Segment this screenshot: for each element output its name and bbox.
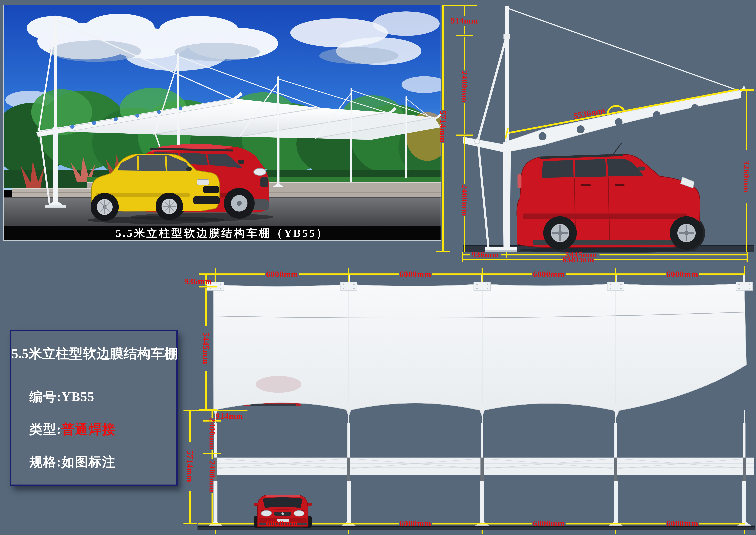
dim-side-total: 6381mm: [562, 255, 594, 264]
dim-front-upper: 2400mm: [208, 418, 216, 450]
dim-plan-bay-3: 6000mm: [533, 270, 565, 278]
dim-front-lower: 2400mm: [208, 461, 216, 493]
dim-side-upper: 2400mm: [460, 70, 469, 103]
dim-front-height: 5714mm: [186, 450, 194, 482]
dim-front-bay-2: 6000mm: [399, 519, 431, 527]
spec-type-label: 类型:: [29, 422, 62, 436]
dim-side-rear-off: 936mm: [472, 251, 499, 259]
spec-info-box: 5.5米立柱型软边膜结构车棚 编号:YB55 类型:普通焊接 规格:如图标注: [10, 330, 178, 486]
spec-type-value: 普通焊接: [62, 422, 116, 436]
dim-plan-bay-2: 6000mm: [399, 270, 431, 278]
spec-row-type: 类型:普通焊接: [29, 420, 116, 438]
spec-number-value: YB55: [62, 389, 94, 404]
dim-front-bay-1: 6000mm: [266, 519, 298, 527]
red-suv-side: [517, 143, 705, 252]
dim-side-clearance: 3260mm: [742, 160, 750, 193]
spec-number-label: 编号:: [29, 389, 62, 404]
dim-side-height: 5714mm: [439, 111, 447, 143]
front-elevation: [183, 409, 755, 534]
dim-plan-rear: 936mm: [185, 277, 212, 286]
dim-front-bay-3: 6000mm: [533, 519, 565, 527]
spec-size-value: 如图标注: [62, 455, 116, 469]
dim-side-mast-ext: 914mm: [451, 16, 478, 25]
dim-plan-depth: 5445mm: [202, 332, 210, 364]
dim-front-bay-4: 6000mm: [666, 519, 698, 527]
dim-plan-bay-4: 6000mm: [666, 270, 698, 278]
plan-view: [199, 266, 753, 417]
spec-sheet: 5.5米立柱型软边膜结构车棚（YB55）: [0, 0, 756, 535]
dim-side-lower: 2400mm: [460, 184, 469, 216]
spec-size-label: 规格:: [29, 455, 62, 469]
spec-row-number: 编号:YB55: [29, 388, 94, 406]
dim-plan-bay-1: 6000mm: [266, 270, 298, 278]
membrane-panel: [213, 283, 746, 417]
spec-row-size: 规格:如图标注: [29, 453, 116, 471]
side-elevation: [436, 5, 754, 262]
spec-title: 5.5米立柱型软边膜结构车棚: [12, 345, 176, 363]
dim-front-mast-ext: 914mm: [216, 412, 243, 420]
